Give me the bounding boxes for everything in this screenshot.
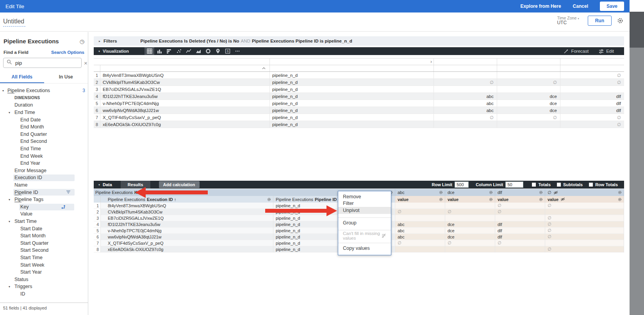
value-cell[interactable]: ∅	[545, 228, 624, 234]
value-cell[interactable]: ∅	[545, 215, 624, 221]
menu-item-remove[interactable]: Remove	[338, 193, 391, 200]
viz-pivot-title[interactable]: ›	[269, 59, 433, 65]
field-tree-item[interactable]: Start Month	[0, 232, 88, 240]
gear-icon[interactable]	[618, 198, 622, 201]
value-cell[interactable]	[395, 215, 445, 221]
timezone-selector[interactable]: Time Zone ▾ UTC	[557, 16, 579, 26]
map-icon[interactable]	[213, 47, 223, 55]
execution-id-cell[interactable]: v-Nheh0pTPC7E0jC4dmNjg	[100, 100, 269, 107]
value-cell[interactable]: ∅	[545, 221, 624, 228]
value-cell[interactable]: dlf	[560, 100, 624, 107]
value-cell[interactable]: ∅	[495, 240, 545, 246]
field-tree-item[interactable]: Start Year	[0, 269, 88, 276]
field-tree-item[interactable]: ▾Start Time	[0, 218, 88, 225]
value-cell[interactable]: ∅	[545, 234, 624, 240]
visualization-collapse-icon[interactable]: ▾	[98, 50, 100, 53]
field-tree-item[interactable]: End Month	[0, 123, 88, 131]
gear-icon[interactable]	[439, 190, 443, 194]
gear-icon[interactable]	[267, 198, 271, 201]
viz-value-header[interactable]	[433, 65, 497, 71]
value-cell[interactable]	[445, 203, 495, 209]
execution-id-cell[interactable]: ww6vlpNvQfWdA38qtJJ21w	[101, 234, 273, 240]
value-cell[interactable]: abc	[433, 107, 497, 114]
field-tree-item[interactable]: Error Message	[0, 167, 88, 174]
field-tree-item[interactable]: Start Quarter	[0, 239, 88, 247]
viz-pivot-column-header[interactable]	[433, 59, 497, 65]
value-cell[interactable]: dlf	[560, 93, 624, 100]
field-tree-item[interactable]: Start Date	[0, 225, 88, 232]
value-cell[interactable]: dce	[497, 100, 560, 107]
field-tree-item[interactable]: Duration	[0, 101, 88, 109]
value-cell[interactable]	[497, 86, 560, 93]
execution-id-cell[interactable]: X_QTIF4dSyCsSaxV_p_peQ	[100, 114, 269, 121]
field-tree-item[interactable]: Pipeline ID	[0, 189, 88, 196]
value-cell[interactable]	[395, 246, 445, 253]
results-pivot-column-header[interactable]: ∅	[545, 189, 624, 196]
column-chart-icon[interactable]	[154, 47, 164, 55]
field-tree-item[interactable]: End Week	[0, 152, 88, 160]
field-search-box[interactable]: ×	[3, 58, 82, 68]
value-cell[interactable]: abc	[433, 100, 497, 107]
field-tree-item[interactable]: ▾Pipeline Tags	[0, 196, 88, 203]
pie-chart-icon[interactable]	[203, 47, 213, 55]
value-cell[interactable]	[495, 215, 545, 221]
value-cell[interactable]	[433, 86, 497, 93]
value-cell[interactable]: ∅	[433, 114, 497, 121]
execution-id-cell[interactable]: xE6eADGkSk-OXiUOZ97c0g	[100, 121, 269, 128]
gear-icon[interactable]	[439, 198, 443, 201]
sort-asc-icon[interactable]	[262, 67, 266, 69]
execution-id-cell[interactable]: v-Nheh0pTPC7E0jC4dmNjg	[101, 228, 273, 234]
value-cell[interactable]: dce	[497, 107, 560, 114]
value-cell[interactable]: ∅	[545, 203, 624, 209]
field-tree-item[interactable]: Start Week	[0, 261, 88, 269]
table-viz-icon[interactable]	[144, 47, 154, 55]
value-cell[interactable]: ∅	[495, 203, 545, 209]
explore-from-here-link[interactable]: Explore from Here	[521, 4, 561, 9]
value-cell[interactable]: abc	[433, 93, 497, 100]
search-input[interactable]	[15, 60, 84, 66]
pipeline-id-cell[interactable]: pipeline_n_d	[269, 86, 433, 93]
line-chart-icon[interactable]	[184, 47, 193, 55]
value-cell[interactable]	[560, 86, 624, 93]
field-tree-item[interactable]: Execution ID	[0, 174, 88, 182]
history-icon[interactable]: ◷	[80, 38, 84, 44]
value-cell[interactable]: ∅	[495, 209, 545, 215]
value-cell[interactable]	[445, 215, 495, 221]
pipeline-id-cell[interactable]: pipeline_n_d	[269, 114, 433, 121]
value-cell[interactable]: ∅	[433, 79, 497, 85]
gear-icon[interactable]	[539, 198, 543, 201]
execution-id-cell[interactable]: EB7ciDIZR5GALsJVxwZE1Q	[101, 215, 273, 221]
results-pivot-column-header[interactable]: dlf	[495, 189, 545, 196]
execution-id-cell[interactable]: CVkBkIplTfum4SKab3O3Cw	[101, 209, 273, 215]
value-cell[interactable]: dlf	[495, 228, 545, 234]
chevron-right-icon[interactable]: ›	[430, 59, 432, 64]
gear-icon[interactable]	[618, 190, 622, 194]
value-cell[interactable]	[497, 121, 560, 128]
gear-icon[interactable]	[539, 190, 543, 194]
field-tree-item[interactable]: Start Time	[0, 254, 88, 262]
field-tree-item[interactable]: End Year	[0, 160, 88, 167]
search-options-link[interactable]: Search Options	[51, 50, 84, 55]
value-cell[interactable]	[433, 72, 497, 78]
single-value-icon[interactable]: 6	[223, 47, 232, 55]
field-tree-item[interactable]: Status	[0, 276, 88, 283]
row-totals-checkbox[interactable]: Row Totals	[589, 182, 618, 187]
execution-id-cell[interactable]: X_QTIF4dSyCsSaxV_p_peQ	[101, 240, 273, 246]
gear-icon[interactable]	[617, 18, 623, 24]
filters-bar[interactable]: ▸ Filters Pipeline Executions Is Deleted…	[94, 36, 624, 46]
pipeline-id-cell[interactable]: pipeline_n_d	[269, 93, 433, 100]
viz-execution-id-header[interactable]	[100, 65, 269, 71]
value-cell[interactable]: ∅	[497, 114, 560, 121]
tree-expand-icon[interactable]: ▾	[9, 198, 10, 201]
value-cell[interactable]: ∅	[560, 114, 624, 121]
more-icon[interactable]	[232, 47, 242, 55]
value-cell[interactable]: ∅	[545, 246, 624, 253]
settings-gear-icon[interactable]	[617, 18, 623, 24]
pipeline-id-cell[interactable]: pipeline_n_d	[269, 107, 433, 114]
field-tree-item[interactable]: ▾End Time	[0, 109, 88, 116]
pipeline-id-cell[interactable]: pipeline_n_d	[269, 79, 433, 85]
value-cell[interactable]: dce	[445, 234, 495, 240]
execution-id-cell[interactable]: 8t4yVen8T3mwaXBWgbUSnQ	[101, 203, 273, 209]
value-cell[interactable]	[445, 246, 495, 253]
value-cell[interactable]: abc	[395, 228, 445, 234]
